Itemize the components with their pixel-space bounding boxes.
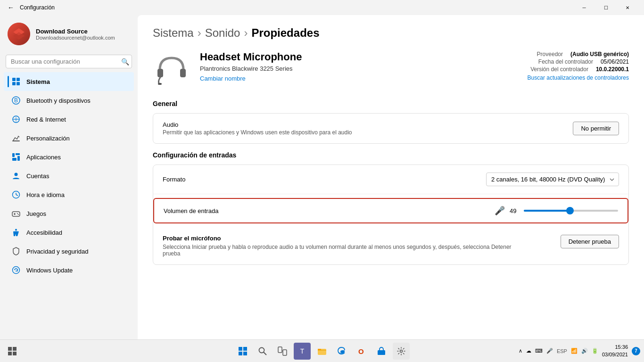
taskbar: T O — [0, 339, 644, 362]
accesibilidad-icon — [11, 228, 21, 237]
version-label: Versión del controlador — [530, 66, 588, 73]
config-entradas-title: Configuración de entradas — [153, 151, 629, 159]
svg-rect-40 — [278, 347, 282, 353]
back-button[interactable]: ← — [6, 2, 16, 13]
breadcrumb-part2: Sonido — [205, 26, 240, 40]
svg-point-24 — [18, 214, 19, 215]
search-icon[interactable]: 🔍 — [121, 58, 129, 66]
sidebar-item-red[interactable]: Red & Internet — [4, 110, 134, 129]
sidebar-item-bluetooth[interactable]: B Bluetooth y dispositivos — [4, 91, 134, 110]
breadcrumb-part3: Propiedades — [251, 26, 319, 40]
search-input[interactable] — [6, 55, 132, 68]
volume-slider-fill — [524, 210, 570, 212]
svg-rect-43 — [318, 349, 321, 350]
taskbar-office-icon[interactable]: O — [353, 343, 370, 360]
sidebar-item-aplicaciones-label: Aplicaciones — [26, 154, 61, 161]
volume-slider-thumb[interactable] — [566, 207, 574, 214]
rename-link[interactable]: Cambiar nombre — [200, 75, 246, 82]
wifi-icon[interactable]: 📶 — [571, 348, 578, 354]
personalizacion-icon — [11, 133, 21, 143]
svg-point-25 — [15, 229, 17, 231]
clock-display[interactable]: 15:36 03/09/2021 — [602, 344, 628, 358]
cloud-icon: ☁ — [526, 348, 531, 354]
svg-rect-3 — [12, 78, 16, 81]
close-button[interactable]: ✕ — [617, 0, 638, 15]
taskbar-multitask-icon[interactable] — [274, 343, 291, 360]
maximize-button[interactable]: ☐ — [595, 0, 617, 15]
app-body: Download Source Downloadsourcenet@outloo… — [0, 15, 644, 339]
titlebar-title: Configuración — [20, 4, 55, 11]
taskbar-right: ∧ ☁ ⌨ 🎤 ESP 📶 🔊 🔋 15:36 03/09/2021 7 — [519, 344, 640, 358]
no-permitir-button[interactable]: No permitir — [573, 122, 619, 135]
volumen-label: Volumen de entrada — [164, 207, 218, 214]
svg-rect-45 — [378, 350, 385, 355]
chevron-up-icon[interactable]: ∧ — [519, 348, 522, 354]
svg-rect-30 — [8, 347, 12, 351]
avatar-logo-icon — [10, 25, 27, 42]
notification-badge[interactable]: 7 — [632, 347, 640, 355]
sidebar-item-juegos[interactable]: Juegos — [4, 204, 134, 223]
cuentas-icon — [11, 171, 21, 181]
sidebar-item-cuentas[interactable]: Cuentas — [4, 166, 134, 185]
avatar — [8, 23, 30, 45]
sidebar-item-accesibilidad[interactable]: Accesibilidad — [4, 223, 134, 242]
device-name: Headset Microphone — [200, 51, 518, 63]
sidebar-item-red-label: Red & Internet — [26, 116, 66, 123]
red-icon — [11, 115, 21, 124]
sidebar-item-update-label: Windows Update — [26, 267, 73, 274]
buscar-actualizaciones-link[interactable]: Buscar actualizaciones de controladores — [528, 74, 629, 81]
sidebar-item-personalizacion-label: Personalización — [26, 135, 70, 142]
sidebar-item-privacidad-label: Privacidad y seguridad — [26, 248, 89, 255]
general-section-title: General — [153, 100, 629, 107]
sidebar-item-accesibilidad-label: Accesibilidad — [26, 229, 62, 236]
breadcrumb-sep2: › — [244, 26, 248, 40]
time-display: 15:36 — [602, 344, 628, 351]
sidebar-item-hora[interactable]: Hora e idioma — [4, 185, 134, 204]
breadcrumb-sep1: › — [198, 26, 201, 40]
volume-icon[interactable]: 🔊 — [581, 348, 588, 354]
titlebar: ← Configuración ─ ☐ ✕ — [0, 0, 644, 15]
taskbar-edge-icon[interactable] — [333, 343, 350, 360]
taskbar-start-icon[interactable] — [234, 343, 251, 360]
juegos-icon — [11, 209, 21, 218]
audio-title: Audio — [163, 121, 352, 128]
date-display: 03/09/2021 — [602, 351, 628, 358]
volume-slider-container[interactable] — [524, 206, 618, 215]
device-icon — [153, 51, 190, 89]
language-indicator[interactable]: ESP — [557, 348, 567, 354]
taskbar-search-icon[interactable] — [254, 343, 271, 360]
aplicaciones-icon — [11, 152, 21, 162]
svg-text:O: O — [358, 347, 364, 355]
svg-rect-14 — [12, 158, 17, 161]
formato-row: Formato 2 canales, 16 bit, 48000 Hz (DVD… — [153, 165, 628, 194]
config-entradas-card: Formato 2 canales, 16 bit, 48000 Hz (DVD… — [153, 165, 629, 265]
battery-icon: 🔋 — [592, 348, 598, 354]
svg-rect-27 — [157, 69, 163, 77]
svg-text:B: B — [14, 97, 18, 104]
svg-rect-4 — [17, 78, 20, 81]
svg-line-19 — [16, 195, 18, 196]
taskbar-teams-icon[interactable]: T — [294, 343, 311, 360]
headset-svg — [153, 51, 190, 89]
audio-row: Audio Permitir que las aplicaciones y Wi… — [153, 114, 628, 143]
start-button[interactable] — [4, 343, 21, 360]
detener-prueba-button[interactable]: Detener prueba — [561, 235, 619, 248]
formato-dropdown[interactable]: 2 canales, 16 bit, 48000 Hz (DVD Quality… — [486, 173, 619, 186]
sidebar-item-privacidad[interactable]: Privacidad y seguridad — [4, 242, 134, 261]
device-header: Headset Microphone Plantronics Blackwire… — [153, 51, 629, 89]
formato-label: Formato — [163, 176, 185, 183]
taskbar-center: T O — [234, 343, 410, 360]
sidebar-item-sistema[interactable]: Sistema — [4, 72, 134, 91]
device-info: Headset Microphone Plantronics Blackwire… — [200, 51, 518, 82]
taskbar-settings-icon[interactable] — [393, 343, 410, 360]
taskbar-explorer-icon[interactable] — [314, 343, 330, 360]
sidebar-item-update[interactable]: Windows Update — [4, 261, 134, 280]
content-area: Sistema › Sonido › Propiedades — [138, 15, 644, 339]
sidebar-item-aplicaciones[interactable]: Aplicaciones — [4, 148, 134, 166]
fecha-value: 05/06/2021 — [601, 58, 629, 65]
minimize-button[interactable]: ─ — [573, 0, 595, 15]
sidebar-nav: Sistema B Bluetooth y dispositivos — [0, 72, 138, 280]
audio-desc: Permitir que las aplicaciones y Windows … — [163, 129, 352, 136]
taskbar-store-icon[interactable] — [373, 343, 390, 360]
sidebar-item-personalizacion[interactable]: Personalización — [4, 129, 134, 148]
